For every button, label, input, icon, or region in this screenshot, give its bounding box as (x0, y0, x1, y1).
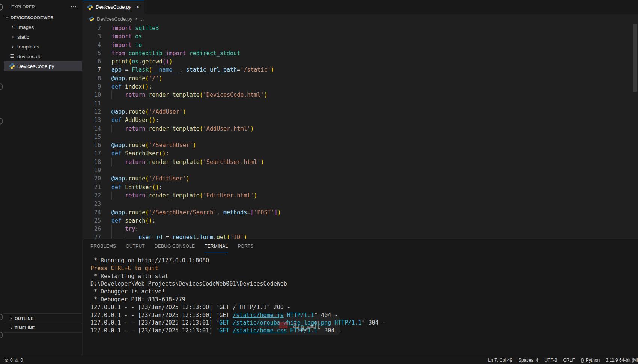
status-left: ⊘ 0 ⚠ 0 (5, 358, 23, 363)
timeline-section-header[interactable]: TIMELINE (4, 323, 82, 333)
code-line-5[interactable]: 5from contextlib import redirect_stdout (83, 49, 638, 57)
code-line-6[interactable]: 6print(os.getcwd()) (83, 57, 638, 66)
tree-item-devices-db[interactable]: ☰devices.db (4, 51, 82, 61)
panel-tab-debug-console[interactable]: DEBUG CONSOLE (155, 239, 195, 253)
code-line-20[interactable]: 20@app.route('/EditUser') (83, 174, 638, 183)
status-item-utf-8[interactable]: UTF-8 (544, 358, 557, 363)
scrollbar-thumb[interactable] (633, 24, 637, 92)
code-line-3[interactable]: 3import os (83, 32, 638, 41)
line-number: 7 (83, 66, 101, 74)
code-line-15[interactable]: 15 (83, 133, 638, 141)
code-line-24[interactable]: 24@app.route('/SearchUser/Search', metho… (83, 208, 638, 217)
database-file-icon: ☰ (9, 53, 15, 59)
tree-item-devicescode-py[interactable]: DevicesCode.py (4, 61, 82, 71)
indent-guide (111, 91, 112, 99)
tree-item-templates[interactable]: templates (4, 42, 82, 51)
line-number: 13 (83, 116, 101, 124)
code-line-2[interactable]: 2import sqlite3 (83, 24, 638, 32)
close-icon[interactable]: × (136, 4, 140, 10)
breadcrumb-more[interactable]: … (139, 16, 144, 22)
status-item-crlf[interactable]: CRLF (563, 358, 575, 363)
code-line-23[interactable]: 23 (83, 200, 638, 208)
workspace-root-folder[interactable]: DEVICESCODEWEB (4, 13, 82, 22)
terminal-link[interactable]: /static/home.js (233, 312, 283, 319)
code-line-13[interactable]: 13def AddUser(): (83, 116, 638, 124)
status-item-3-11-9-64-bit-mi[interactable]: 3.11.9 64-bit (Mi (606, 358, 638, 363)
code-line-27[interactable]: 27 user_id = request.form.get('ID') (83, 233, 638, 239)
error-count: 0 (10, 358, 13, 363)
code-line-4[interactable]: 4import io (83, 41, 638, 49)
terminal-output[interactable]: * Running on http://127.0.0.1:8080Press … (83, 253, 638, 356)
code-text: def search(): (111, 217, 155, 225)
code-text: user_id = request.form.get('ID') (111, 233, 247, 239)
tree-item-static[interactable]: static (4, 32, 82, 42)
sidebar-bottom-sections: OUTLINE TIMELINE (4, 313, 82, 333)
code-editor[interactable]: 2import sqlite33import os4import io5from… (83, 24, 638, 239)
editor-area: DevicesCode.py × DevicesCode.py … 2impor… (83, 0, 638, 356)
activity-icon-sliver[interactable] (0, 332, 3, 338)
code-text: app = Flask(__name__, static_url_path='/… (111, 66, 274, 74)
tab-devicescode-py[interactable]: DevicesCode.py × (83, 0, 144, 14)
breadcrumb[interactable]: DevicesCode.py … (83, 14, 638, 24)
panel-tab-output[interactable]: OUTPUT (126, 239, 145, 253)
tree-item-images[interactable]: Images (4, 22, 82, 32)
line-number: 6 (83, 57, 101, 66)
panel-tab-terminal[interactable]: TERMINAL (205, 239, 228, 253)
code-line-10[interactable]: 10 return render_template('DevicesCode.h… (83, 91, 638, 99)
terminal-line: * Restarting with stat (90, 272, 638, 280)
indent-guide (111, 125, 112, 133)
code-line-12[interactable]: 12@app.route('/AddUser') (83, 108, 638, 116)
problems-status[interactable]: ⊘ 0 ⚠ 0 (5, 358, 23, 363)
code-line-18[interactable]: 18 return render_template('SearchUser.ht… (83, 158, 638, 166)
line-number: 17 (83, 149, 101, 158)
more-actions-icon[interactable]: ⋯ (71, 3, 77, 10)
line-number: 4 (83, 41, 101, 49)
code-line-8[interactable]: 8@app.route('/') (83, 74, 638, 83)
code-line-26[interactable]: 26 try: (83, 225, 638, 233)
indent-guide (125, 233, 125, 239)
code-line-22[interactable]: 22 return render_template('EditUser.html… (83, 191, 638, 200)
panel-tab-ports[interactable]: PORTS (238, 239, 253, 253)
status-item-python[interactable]: {}Python (581, 358, 600, 363)
outline-label: OUTLINE (15, 316, 33, 321)
activity-bar[interactable] (0, 0, 4, 356)
line-number: 10 (83, 91, 101, 99)
code-line-17[interactable]: 17def SearchUser(): (83, 149, 638, 158)
indent-guide (111, 233, 112, 239)
indent-guide (111, 225, 112, 233)
code-line-16[interactable]: 16@app.route('/SearchUser') (83, 141, 638, 149)
code-line-25[interactable]: 25def search(): (83, 217, 638, 225)
code-text: import os (111, 32, 142, 41)
tree-item-label: devices.db (17, 54, 42, 59)
line-number: 21 (83, 183, 101, 191)
panel-tab-problems[interactable]: PROBLEMS (90, 239, 116, 253)
terminal-link[interactable]: /static/home.css (233, 327, 287, 334)
code-text: @app.route('/SearchUser') (111, 141, 196, 149)
breadcrumb-file[interactable]: DevicesCode.py (97, 16, 132, 22)
code-text: @app.route('/') (111, 74, 162, 83)
editor-scrollbar[interactable] (633, 24, 638, 239)
status-item-spaces-4[interactable]: Spaces: 4 (518, 358, 538, 363)
line-number: 27 (83, 233, 101, 239)
outline-section-header[interactable]: OUTLINE (4, 313, 82, 323)
line-number: 14 (83, 125, 101, 133)
activity-icon-sliver[interactable] (0, 314, 3, 320)
code-line-14[interactable]: 14 return render_template('AddUser.html'… (83, 125, 638, 133)
activity-icon-sliver[interactable] (0, 83, 3, 90)
errors-icon: ⊘ (5, 358, 8, 363)
code-line-21[interactable]: 21def EditUser(): (83, 183, 638, 191)
line-number: 2 (83, 24, 101, 32)
terminal-line: 127.0.0.1 - - [23/Jan/2025 12:13:00] "GE… (90, 311, 638, 319)
terminal-link[interactable]: /static/orouba-white-logo.png (233, 319, 331, 326)
terminal-line: * Running on http://127.0.0.1:8080 (90, 257, 638, 265)
code-line-7[interactable]: 7app = Flask(__name__, static_url_path='… (83, 66, 638, 74)
code-line-11[interactable]: 11 (83, 99, 638, 108)
line-number: 9 (83, 83, 101, 91)
status-item-ln-7-col-49[interactable]: Ln 7, Col 49 (488, 358, 512, 363)
status-right: Ln 7, Col 49Spaces: 4UTF-8CRLF{}Python3.… (488, 358, 638, 363)
code-line-9[interactable]: 9def index(): (83, 83, 638, 91)
code-text: return render_template('DevicesCode.html… (111, 91, 267, 99)
activity-icon-sliver[interactable] (0, 4, 3, 11)
activity-icon-sliver[interactable] (0, 118, 3, 125)
code-line-19[interactable]: 19 (83, 166, 638, 174)
